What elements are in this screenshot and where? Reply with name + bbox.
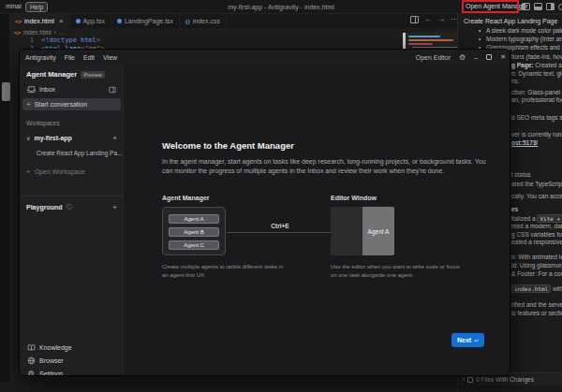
tab-label: index.html — [24, 18, 54, 24]
welcome-description: In the agent manager, start agents on ta… — [162, 157, 487, 175]
layout-panel-left-icon[interactable] — [522, 3, 530, 10]
menu-help[interactable]: Help — [25, 2, 48, 12]
chat-text-fragment: eated a responsive — [511, 239, 562, 245]
search-icon[interactable] — [558, 4, 562, 10]
fragment-text: Created a — [535, 62, 562, 68]
chat-text-fragment: ction: Glass-panel ca — [511, 89, 562, 95]
fragment-text: tialized a — [511, 215, 536, 222]
sidebar-item-settings[interactable]: ⚙ Settings — [22, 368, 121, 376]
bullet-text: A sleek dark mode color palette — [486, 27, 562, 34]
scrollbar-handle[interactable] — [2, 82, 10, 101]
agent-manager-diagram-box: Agent A Agent B Agent C — [162, 207, 226, 255]
sidebar-item-browser[interactable]: Browser — [22, 355, 121, 367]
agent-a-label: Agent A — [368, 228, 390, 235]
minimize-icon[interactable]: – — [474, 54, 478, 61]
breadcrumb-separator: › — [54, 29, 56, 36]
chat-text-fragment: g Page: Created a — [511, 62, 562, 68]
sidebar-item-knowledge[interactable]: Knowledge — [22, 341, 121, 354]
bullet-icon: • — [479, 27, 486, 34]
preview-badge: Preview — [81, 71, 105, 79]
chat-text-fragment: id: Using glassmorp — [511, 262, 562, 269]
code-chip: index.html — [511, 284, 551, 293]
app-window: minal Help my-first-app - Antigravity - … — [0, 0, 562, 392]
close-icon[interactable]: ✕ — [500, 53, 506, 61]
add-conversation-icon[interactable]: + — [112, 134, 117, 142]
fragment-text: with pr — [553, 285, 562, 292]
connector-line — [227, 232, 331, 233]
tab-index-css[interactable]: {} index.css — [180, 14, 227, 28]
close-tab-icon[interactable]: × — [59, 17, 64, 25]
start-conversation-label: Start conversation — [35, 101, 87, 108]
agent-a-chip: Agent A — [169, 214, 219, 224]
navigate-back-icon[interactable]: ← — [424, 15, 432, 23]
workspace-name: my-first-app — [34, 135, 71, 141]
code-line-1: 1<!doctypehtml> — [21, 36, 104, 45]
file-icon — [467, 377, 473, 383]
minimap-line — [408, 36, 440, 37]
open-workspace-button[interactable]: + Open Workspace — [22, 166, 121, 178]
chat-bullet: •Modern typography (Inter and G — [479, 36, 562, 42]
open-editor-button[interactable]: Open Editor — [416, 54, 451, 61]
workspace-my-first-app[interactable]: ∨ my-first-app + — [22, 132, 121, 144]
gear-icon: ⚙ — [26, 370, 36, 376]
menu-terminal[interactable]: minal — [2, 2, 25, 10]
tab-index-html[interactable]: <> index.html × — [9, 14, 70, 28]
chat-text-fragment: & Footer: For a com — [511, 270, 562, 277]
breadcrumb-more: … — [59, 29, 66, 36]
files-with-changes-label: 0 Files With Changes — [476, 376, 534, 383]
tab-label: App.tsx — [83, 18, 105, 24]
localhost-link[interactable]: ost:5173/ — [511, 139, 538, 146]
menu-antigravity[interactable]: Antigravity — [25, 54, 56, 61]
playground-header[interactable]: Playground ⓘ + — [22, 201, 121, 213]
open-panel-icon[interactable] — [108, 86, 117, 94]
editor-pane — [331, 207, 362, 255]
split-editor-icon[interactable] — [410, 16, 419, 23]
chat-text-fragment: ver is currently runn — [511, 131, 562, 138]
workspace-task-item[interactable]: Create React App Landing Pa... — [22, 147, 121, 159]
agent-manager-window: Antigravity File Edit View Open Editor ⚙… — [19, 49, 510, 376]
layout-panel-bottom-icon[interactable] — [534, 3, 542, 10]
menu-edit[interactable]: Edit — [83, 54, 95, 61]
diagram-agent-manager-label: Agent Manager — [162, 195, 210, 201]
shortcut-label: Ctrl+E — [256, 223, 304, 229]
code-token: !doctype — [45, 36, 77, 44]
navigate-forward-icon[interactable]: → — [437, 15, 445, 23]
gear-icon[interactable]: ⚙ — [459, 53, 466, 62]
collapse-icon[interactable]: ‹ — [463, 376, 465, 383]
maximize-icon[interactable] — [486, 54, 492, 60]
modal-title-bar: Antigravity File Edit View Open Editor ⚙… — [20, 50, 510, 65]
plus-icon: + — [26, 167, 31, 176]
code-token: html — [81, 36, 96, 44]
agent-pane: Agent A — [362, 207, 394, 255]
start-conversation-button[interactable]: + Start conversation — [22, 98, 121, 110]
inbox-icon — [26, 85, 36, 94]
titlebar-layout-icons — [522, 3, 562, 10]
chat-text-fragment: rified and the serve — [511, 301, 562, 308]
code-token: > — [96, 36, 100, 44]
agent-b-chip: Agent B — [169, 227, 219, 237]
sidebar-title: Agent Manager — [26, 70, 77, 79]
menu-view[interactable]: View — [103, 54, 117, 61]
breadcrumb[interactable]: <> index.html › … — [14, 29, 65, 36]
css-file-icon: {} — [185, 19, 190, 24]
chat-text-fragment: nted a modern, dar — [511, 223, 562, 229]
enter-key-icon: ↵ — [474, 337, 479, 343]
inbox-label: Inbox — [39, 86, 55, 93]
sidebar-divider — [20, 196, 124, 196]
next-label: Next — [457, 337, 471, 343]
modified-dot-icon — [76, 19, 81, 23]
add-playground-icon[interactable]: + — [112, 203, 117, 211]
html-file-icon: <> — [15, 19, 22, 24]
breadcrumb-file: index.html — [23, 29, 52, 36]
settings-label: Settings — [39, 370, 63, 376]
chat-text-fragment: ic features or sectio — [511, 310, 562, 316]
chevron-down-icon[interactable]: ∨ — [26, 135, 30, 141]
menu-file[interactable]: File — [65, 54, 75, 61]
sidebar-item-inbox[interactable]: Inbox — [22, 83, 121, 95]
tab-app-tsx[interactable]: App.tsx — [70, 14, 111, 28]
next-button[interactable]: Next ↵ — [451, 333, 484, 347]
tab-landingpage-tsx[interactable]: LandingPage.tsx — [111, 14, 180, 28]
tab-label: index.css — [193, 18, 220, 24]
layout-panel-right-icon[interactable] — [546, 3, 555, 10]
bullet-text: Modern typography (Inter and G — [486, 36, 562, 42]
